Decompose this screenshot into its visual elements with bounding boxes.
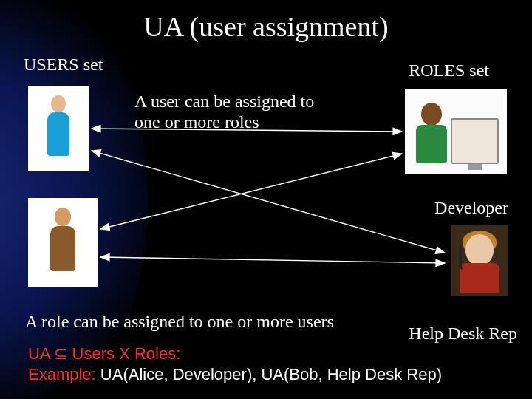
page-title: UA (user assignment): [0, 10, 532, 43]
example-body: UA(Alice, Developer), UA(Bob, Help Desk …: [96, 365, 442, 383]
user-alice-icon: [28, 86, 89, 171]
roles-set-label: ROLES set: [409, 61, 489, 81]
users-set-label: USERS set: [24, 55, 103, 75]
user-to-roles-caption: A user can be assigned to one or more ro…: [134, 92, 327, 132]
help-desk-rep-label: Help Desk Rep: [409, 324, 517, 344]
role-to-users-caption: A role can be assigned to one or more us…: [25, 312, 334, 332]
caption-line: A user can be assigned to: [134, 92, 314, 111]
user-bob-icon: [28, 198, 98, 287]
role-developer-icon: [405, 89, 507, 174]
example-prefix: Example:: [28, 365, 96, 383]
caption-line: one or more roles: [134, 112, 259, 132]
svg-line-3: [100, 257, 445, 263]
ua-example-line: Example: UA(Alice, Developer), UA(Bob, H…: [28, 365, 442, 384]
ua-subset-formula: UA ⊆ Users X Roles:: [28, 344, 180, 364]
role-help-desk-rep-icon: [451, 225, 508, 296]
developer-label: Developer: [434, 198, 508, 218]
